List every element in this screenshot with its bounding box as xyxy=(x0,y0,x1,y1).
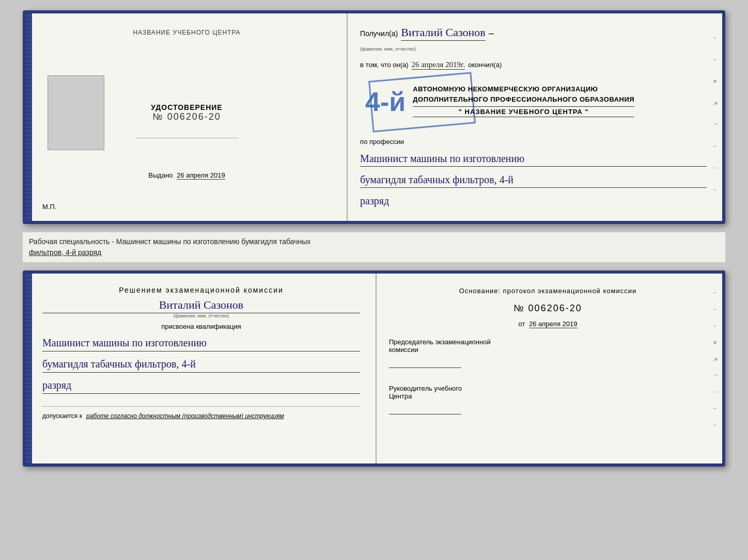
dopuskaetsya-block: допускается к работе согласно должностны… xyxy=(42,406,360,420)
predsedatel-signature xyxy=(389,358,461,368)
rukovoditel-line2: Центра xyxy=(389,392,707,400)
vtom-date: 26 апреля 2019г. xyxy=(412,60,465,70)
udostoverenie-title: УДОСТОВЕРЕНИЕ xyxy=(135,103,239,111)
vydano-label: Выдано xyxy=(148,171,173,179)
top-certificate-booklet: НАЗВАНИЕ УЧЕБНОГО ЦЕНТРА УДОСТОВЕРЕНИЕ №… xyxy=(23,10,725,224)
training-center-label-top: НАЗВАНИЕ УЧЕБНОГО ЦЕНТРА xyxy=(133,29,240,36)
bottom-right-panel: Основание: протокол экзаменационной коми… xyxy=(377,274,722,463)
middle-text-underline: фильтров, 4-й разряд xyxy=(29,248,101,257)
protocol-number: № 006206-20 xyxy=(389,303,707,314)
prof-line2: бумагидля табачных фильтров, 4-й xyxy=(360,172,707,188)
booklet-spine-top xyxy=(26,13,32,221)
poluchil-line: Получил(а) Виталий Сазонов – (фамилия, и… xyxy=(360,26,707,52)
ot-date: 26 апреля 2019 xyxy=(529,320,578,328)
stamp-number: 4-й xyxy=(365,88,406,115)
vtom-prefix: в том, что он(а) xyxy=(360,61,408,69)
bottom-left-panel: Решением экзаменационной комиссии Витали… xyxy=(32,274,377,463)
vydano-line: Выдано 26 апреля 2019 xyxy=(148,171,225,179)
predsedatel-line2: комиссии xyxy=(389,346,707,354)
udostoverenie-number: № 006206-20 xyxy=(135,111,239,122)
stamp-block: 4-й АВТОНОМНУЮ НЕКОММЕРЧЕСКУЮ ОРГАНИЗАЦИ… xyxy=(360,79,707,124)
okonchil: окончил(а) xyxy=(468,61,502,69)
predsedatel-line1: Председатель экзаменационной xyxy=(389,338,707,346)
ot-date-line: от 26 апреля 2019 xyxy=(389,320,707,328)
photo-placeholder xyxy=(48,75,104,150)
recipient-name: Виталий Сазонов xyxy=(401,26,485,41)
poluchil-prefix: Получил(а) xyxy=(360,29,398,38)
rukovoditel-line1: Руководитель учебного xyxy=(389,385,707,392)
resheniyem-text: Решением экзаменационной комиссии xyxy=(42,286,360,294)
top-left-panel: НАЗВАНИЕ УЧЕБНОГО ЦЕНТРА УДОСТОВЕРЕНИЕ №… xyxy=(32,13,348,221)
org-line2: ДОПОЛНИТЕЛЬНОГО ПРОФЕССИОНАЛЬНОГО ОБРАЗО… xyxy=(413,94,634,105)
dopuskaetsya-prefix: допускается к xyxy=(42,412,82,420)
rukovoditel-block: Руководитель учебного Центра xyxy=(389,385,707,419)
qual-line1: Машинист машины по изготовлению xyxy=(42,334,360,351)
ot-prefix: от xyxy=(518,320,525,328)
qual-line2: бумагидля табачных фильтров, 4-й xyxy=(42,356,360,373)
right-side-marks-top: – – и ,а ← – – – xyxy=(713,34,719,192)
fio-label-top: (фамилия, имя, отчество) xyxy=(360,46,416,52)
top-right-panel: Получил(а) Виталий Сазонов – (фамилия, и… xyxy=(348,13,722,221)
bottom-certificate-booklet: Решением экзаменационной комиссии Витали… xyxy=(23,270,725,467)
poprofessii-line: по профессии xyxy=(360,138,707,146)
dopuskaetsya-text: работе согласно должностным (производств… xyxy=(86,412,284,420)
prof-line1: Машинист машины по изготовлению xyxy=(360,151,707,167)
qual-line3: разряд xyxy=(42,377,360,394)
booklet-spine-bottom xyxy=(26,274,32,463)
prof-line3: разряд xyxy=(360,193,707,209)
middle-text-main: Рабочая специальность - Машинист машины … xyxy=(29,237,310,246)
osnovanie-text: Основание: протокол экзаменационной коми… xyxy=(389,286,707,297)
vtom-line: в том, что он(а) 26 апреля 2019г. окончи… xyxy=(360,60,707,70)
fio-label-bottom: (фамилия, имя, отчество) xyxy=(42,313,360,318)
name-handwritten-bottom: Виталий Сазонов xyxy=(42,298,360,313)
mp-label: М.П. xyxy=(42,203,56,211)
name-bottom-block: Виталий Сазонов (фамилия, имя, отчество) xyxy=(42,298,360,318)
org-line1: АВТОНОМНУЮ НЕКОММЕРЧЕСКУЮ ОРГАНИЗАЦИЮ xyxy=(413,84,634,94)
predsedatel-block: Председатель экзаменационной комиссии xyxy=(389,338,707,372)
middle-text-band: Рабочая специальность - Машинист машины … xyxy=(23,232,725,262)
vydano-date: 26 апреля 2019 xyxy=(177,171,225,180)
dash: – xyxy=(489,28,494,39)
poprofessii-label: по профессии xyxy=(360,138,404,146)
right-side-marks-bottom: – – – и ,а ← – – – xyxy=(713,289,719,427)
org-name: " НАЗВАНИЕ УЧЕБНОГО ЦЕНТРА " xyxy=(413,106,634,117)
udostoverenie-block: УДОСТОВЕРЕНИЕ № 006206-20 xyxy=(135,103,239,140)
rukovoditel-signature xyxy=(389,404,461,414)
prisvoena-text: присвоена квалификация xyxy=(42,323,360,330)
